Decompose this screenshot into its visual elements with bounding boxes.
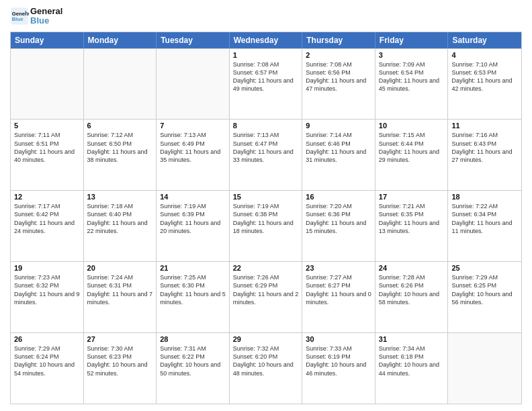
day-number: 20 <box>87 264 153 272</box>
day-number: 16 <box>306 193 371 201</box>
cell-info: Sunrise: 7:23 AMSunset: 6:32 PMDaylight:… <box>14 273 80 306</box>
day-number: 25 <box>451 264 518 272</box>
day-number: 17 <box>379 193 445 201</box>
cell-info: Sunrise: 7:22 AMSunset: 6:34 PMDaylight:… <box>451 202 518 235</box>
cell-info: Sunrise: 7:12 AMSunset: 6:50 PMDaylight:… <box>87 131 153 164</box>
day-10: 10Sunrise: 7:15 AMSunset: 6:44 PMDayligh… <box>375 120 449 190</box>
calendar: SundayMondayTuesdayWednesdayThursdayFrid… <box>10 32 522 404</box>
cell-info: Sunrise: 7:26 AMSunset: 6:29 PMDaylight:… <box>233 273 299 306</box>
day-number: 28 <box>160 335 226 343</box>
cell-info: Sunrise: 7:27 AMSunset: 6:27 PMDaylight:… <box>306 273 371 306</box>
day-number: 30 <box>306 335 371 343</box>
day-number: 15 <box>233 193 299 201</box>
cell-info: Sunrise: 7:19 AMSunset: 6:38 PMDaylight:… <box>233 202 299 235</box>
cell-info: Sunrise: 7:10 AMSunset: 6:53 PMDaylight:… <box>451 60 518 93</box>
empty-cell <box>448 333 521 404</box>
day-number: 12 <box>14 193 80 201</box>
cell-info: Sunrise: 7:08 AMSunset: 6:57 PMDaylight:… <box>233 60 299 93</box>
header-saturday: Saturday <box>448 32 521 48</box>
day-26: 26Sunrise: 7:29 AMSunset: 6:24 PMDayligh… <box>11 333 84 404</box>
day-number: 22 <box>233 264 299 272</box>
day-2: 2Sunrise: 7:08 AMSunset: 6:56 PMDaylight… <box>302 49 375 120</box>
day-21: 21Sunrise: 7:25 AMSunset: 6:30 PMDayligh… <box>157 262 230 332</box>
day-number: 2 <box>306 51 371 59</box>
calendar-header: SundayMondayTuesdayWednesdayThursdayFrid… <box>11 32 521 48</box>
cell-info: Sunrise: 7:32 AMSunset: 6:20 PMDaylight:… <box>233 345 299 377</box>
empty-cell <box>157 49 230 120</box>
day-25: 25Sunrise: 7:29 AMSunset: 6:25 PMDayligh… <box>448 262 521 332</box>
cell-info: Sunrise: 7:14 AMSunset: 6:46 PMDaylight:… <box>306 131 371 164</box>
day-18: 18Sunrise: 7:22 AMSunset: 6:34 PMDayligh… <box>448 191 521 261</box>
cell-info: Sunrise: 7:30 AMSunset: 6:23 PMDaylight:… <box>87 345 153 377</box>
header-sunday: Sunday <box>11 32 84 48</box>
day-number: 24 <box>379 264 445 272</box>
day-6: 6Sunrise: 7:12 AMSunset: 6:50 PMDaylight… <box>84 120 157 190</box>
day-30: 30Sunrise: 7:33 AMSunset: 6:19 PMDayligh… <box>302 333 375 404</box>
cell-info: Sunrise: 7:13 AMSunset: 6:49 PMDaylight:… <box>160 131 226 164</box>
day-number: 27 <box>87 335 153 343</box>
day-number: 21 <box>160 264 226 272</box>
cell-info: Sunrise: 7:34 AMSunset: 6:18 PMDaylight:… <box>379 345 445 377</box>
cell-info: Sunrise: 7:33 AMSunset: 6:19 PMDaylight:… <box>306 345 371 377</box>
day-number: 3 <box>379 51 445 59</box>
logo-blue: Blue <box>30 16 62 26</box>
header-friday: Friday <box>375 32 449 48</box>
day-number: 18 <box>451 193 518 201</box>
cell-info: Sunrise: 7:09 AMSunset: 6:54 PMDaylight:… <box>379 60 445 93</box>
day-20: 20Sunrise: 7:24 AMSunset: 6:31 PMDayligh… <box>84 262 157 332</box>
calendar-body: 1Sunrise: 7:08 AMSunset: 6:57 PMDaylight… <box>11 48 521 404</box>
cell-info: Sunrise: 7:08 AMSunset: 6:56 PMDaylight:… <box>306 60 371 93</box>
day-16: 16Sunrise: 7:20 AMSunset: 6:36 PMDayligh… <box>302 191 375 261</box>
day-number: 26 <box>14 335 80 343</box>
day-number: 19 <box>14 264 80 272</box>
empty-cell <box>11 49 84 120</box>
day-17: 17Sunrise: 7:21 AMSunset: 6:35 PMDayligh… <box>375 191 449 261</box>
day-number: 11 <box>451 122 518 130</box>
day-number: 29 <box>233 335 299 343</box>
day-number: 7 <box>160 122 226 130</box>
day-12: 12Sunrise: 7:17 AMSunset: 6:42 PMDayligh… <box>11 191 84 261</box>
header: General Blue General Blue <box>10 7 522 26</box>
day-number: 23 <box>306 264 371 272</box>
logo-icon: General Blue <box>10 7 29 26</box>
cell-info: Sunrise: 7:21 AMSunset: 6:35 PMDaylight:… <box>379 202 445 235</box>
day-number: 8 <box>233 122 299 130</box>
cell-info: Sunrise: 7:17 AMSunset: 6:42 PMDaylight:… <box>14 202 80 235</box>
cell-info: Sunrise: 7:11 AMSunset: 6:51 PMDaylight:… <box>14 131 80 164</box>
header-wednesday: Wednesday <box>230 32 303 48</box>
cell-info: Sunrise: 7:25 AMSunset: 6:30 PMDaylight:… <box>160 273 226 306</box>
svg-text:Blue: Blue <box>12 16 24 22</box>
cell-info: Sunrise: 7:13 AMSunset: 6:47 PMDaylight:… <box>233 131 299 164</box>
day-number: 1 <box>233 51 299 59</box>
logo: General Blue General Blue <box>10 7 62 26</box>
empty-cell <box>84 49 157 120</box>
day-number: 13 <box>87 193 153 201</box>
cell-info: Sunrise: 7:29 AMSunset: 6:25 PMDaylight:… <box>451 273 518 306</box>
logo-general: General <box>30 7 62 16</box>
day-27: 27Sunrise: 7:30 AMSunset: 6:23 PMDayligh… <box>84 333 157 404</box>
day-number: 31 <box>379 335 445 343</box>
week-row-0: 1Sunrise: 7:08 AMSunset: 6:57 PMDaylight… <box>11 48 521 120</box>
day-number: 5 <box>14 122 80 130</box>
cell-info: Sunrise: 7:31 AMSunset: 6:22 PMDaylight:… <box>160 345 226 377</box>
day-number: 6 <box>87 122 153 130</box>
day-5: 5Sunrise: 7:11 AMSunset: 6:51 PMDaylight… <box>11 120 84 190</box>
day-19: 19Sunrise: 7:23 AMSunset: 6:32 PMDayligh… <box>11 262 84 332</box>
day-23: 23Sunrise: 7:27 AMSunset: 6:27 PMDayligh… <box>302 262 375 332</box>
week-row-3: 19Sunrise: 7:23 AMSunset: 6:32 PMDayligh… <box>11 261 521 332</box>
day-13: 13Sunrise: 7:18 AMSunset: 6:40 PMDayligh… <box>84 191 157 261</box>
day-31: 31Sunrise: 7:34 AMSunset: 6:18 PMDayligh… <box>375 333 449 404</box>
day-3: 3Sunrise: 7:09 AMSunset: 6:54 PMDaylight… <box>375 49 449 120</box>
cell-info: Sunrise: 7:29 AMSunset: 6:24 PMDaylight:… <box>14 345 80 377</box>
cell-info: Sunrise: 7:28 AMSunset: 6:26 PMDaylight:… <box>379 273 445 306</box>
day-28: 28Sunrise: 7:31 AMSunset: 6:22 PMDayligh… <box>157 333 230 404</box>
svg-text:General: General <box>12 11 29 17</box>
header-tuesday: Tuesday <box>157 32 230 48</box>
header-monday: Monday <box>84 32 157 48</box>
cell-info: Sunrise: 7:15 AMSunset: 6:44 PMDaylight:… <box>379 131 445 164</box>
day-24: 24Sunrise: 7:28 AMSunset: 6:26 PMDayligh… <box>375 262 449 332</box>
day-11: 11Sunrise: 7:16 AMSunset: 6:43 PMDayligh… <box>448 120 521 190</box>
day-number: 9 <box>306 122 371 130</box>
day-15: 15Sunrise: 7:19 AMSunset: 6:38 PMDayligh… <box>230 191 303 261</box>
cell-info: Sunrise: 7:20 AMSunset: 6:36 PMDaylight:… <box>306 202 371 235</box>
